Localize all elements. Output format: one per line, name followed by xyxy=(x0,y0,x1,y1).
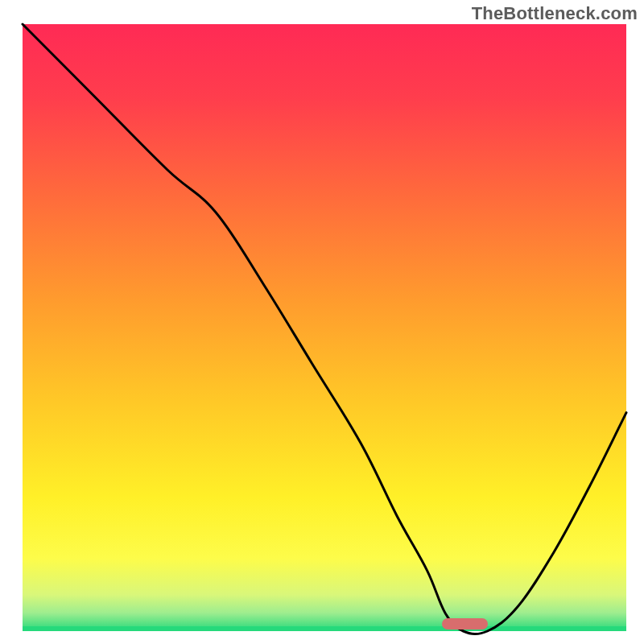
baseline xyxy=(23,626,626,631)
watermark-text: TheBottleneck.com xyxy=(472,3,638,24)
sweet-spot-marker xyxy=(442,618,487,630)
chart-svg xyxy=(0,0,644,644)
chart-canvas: { "watermark": "TheBottleneck.com", "plo… xyxy=(0,0,644,644)
